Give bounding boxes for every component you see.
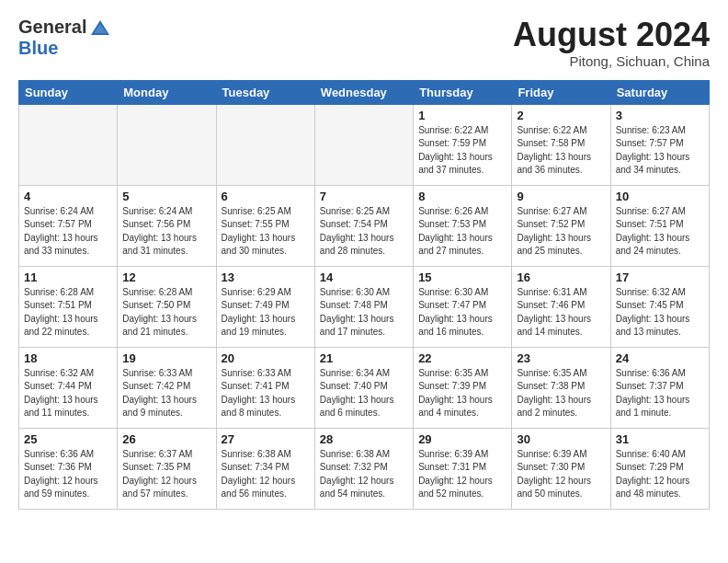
table-row: 28Sunrise: 6:38 AM Sunset: 7:32 PM Dayli…: [314, 428, 413, 509]
table-row: 10Sunrise: 6:27 AM Sunset: 7:51 PM Dayli…: [610, 185, 709, 266]
logo-blue-text: Blue: [18, 38, 58, 58]
day-detail: Sunrise: 6:39 AM Sunset: 7:31 PM Dayligh…: [418, 448, 506, 501]
table-row: 13Sunrise: 6:29 AM Sunset: 7:49 PM Dayli…: [216, 266, 314, 347]
day-detail: Sunrise: 6:34 AM Sunset: 7:40 PM Dayligh…: [320, 367, 408, 420]
day-detail: Sunrise: 6:28 AM Sunset: 7:51 PM Dayligh…: [24, 286, 112, 339]
table-row: [118, 104, 216, 185]
day-detail: Sunrise: 6:35 AM Sunset: 7:38 PM Dayligh…: [517, 367, 605, 420]
day-detail: Sunrise: 6:33 AM Sunset: 7:41 PM Dayligh…: [222, 367, 310, 420]
day-number: 4: [24, 190, 112, 203]
day-number: 21: [320, 351, 408, 365]
header-sunday: Sunday: [19, 80, 118, 104]
header: General Blue August 2024 Pitong, Sichuan…: [18, 17, 710, 69]
week-row-3: 18Sunrise: 6:32 AM Sunset: 7:44 PM Dayli…: [19, 347, 710, 428]
header-monday: Monday: [118, 80, 216, 104]
day-detail: Sunrise: 6:33 AM Sunset: 7:42 PM Dayligh…: [122, 367, 210, 420]
header-tuesday: Tuesday: [216, 80, 314, 104]
day-number: 1: [418, 109, 506, 122]
day-detail: Sunrise: 6:23 AM Sunset: 7:57 PM Dayligh…: [616, 124, 704, 178]
weekday-header-row: Sunday Monday Tuesday Wednesday Thursday…: [19, 80, 710, 104]
day-detail: Sunrise: 6:30 AM Sunset: 7:48 PM Dayligh…: [320, 286, 408, 339]
day-number: 5: [122, 190, 210, 203]
day-detail: Sunrise: 6:28 AM Sunset: 7:50 PM Dayligh…: [122, 286, 210, 339]
day-number: 3: [616, 109, 704, 122]
day-number: 17: [616, 270, 704, 284]
day-detail: Sunrise: 6:25 AM Sunset: 7:54 PM Dayligh…: [320, 205, 408, 259]
day-number: 18: [24, 351, 112, 365]
table-row: 27Sunrise: 6:38 AM Sunset: 7:34 PM Dayli…: [216, 428, 314, 509]
logo-general-text: General: [18, 17, 86, 38]
table-row: 9Sunrise: 6:27 AM Sunset: 7:52 PM Daylig…: [512, 185, 610, 266]
table-row: 12Sunrise: 6:28 AM Sunset: 7:50 PM Dayli…: [118, 266, 216, 347]
week-row-2: 11Sunrise: 6:28 AM Sunset: 7:51 PM Dayli…: [19, 266, 710, 347]
day-detail: Sunrise: 6:36 AM Sunset: 7:36 PM Dayligh…: [24, 448, 112, 501]
week-row-4: 25Sunrise: 6:36 AM Sunset: 7:36 PM Dayli…: [19, 428, 710, 509]
day-number: 15: [418, 270, 506, 284]
day-number: 14: [320, 270, 408, 284]
header-wednesday: Wednesday: [314, 80, 413, 104]
day-number: 11: [24, 270, 112, 284]
table-row: 15Sunrise: 6:30 AM Sunset: 7:47 PM Dayli…: [414, 266, 512, 347]
title-section: August 2024 Pitong, Sichuan, China: [513, 17, 710, 69]
location: Pitong, Sichuan, China: [513, 53, 710, 69]
day-detail: Sunrise: 6:35 AM Sunset: 7:39 PM Dayligh…: [418, 367, 506, 420]
month-year: August 2024: [513, 17, 710, 53]
table-row: 7Sunrise: 6:25 AM Sunset: 7:54 PM Daylig…: [314, 185, 413, 266]
page: General Blue August 2024 Pitong, Sichuan…: [0, 0, 728, 519]
table-row: [314, 104, 413, 185]
table-row: 8Sunrise: 6:26 AM Sunset: 7:53 PM Daylig…: [414, 185, 512, 266]
table-row: 17Sunrise: 6:32 AM Sunset: 7:45 PM Dayli…: [610, 266, 709, 347]
day-number: 10: [616, 190, 704, 203]
table-row: [216, 104, 314, 185]
week-row-0: 1Sunrise: 6:22 AM Sunset: 7:59 PM Daylig…: [19, 104, 710, 185]
day-detail: Sunrise: 6:26 AM Sunset: 7:53 PM Dayligh…: [418, 205, 506, 259]
calendar: Sunday Monday Tuesday Wednesday Thursday…: [18, 80, 710, 510]
header-friday: Friday: [512, 80, 610, 104]
day-detail: Sunrise: 6:38 AM Sunset: 7:32 PM Dayligh…: [320, 448, 408, 501]
day-number: 23: [517, 351, 605, 365]
day-detail: Sunrise: 6:30 AM Sunset: 7:47 PM Dayligh…: [418, 286, 506, 339]
table-row: 31Sunrise: 6:40 AM Sunset: 7:29 PM Dayli…: [610, 428, 709, 509]
day-detail: Sunrise: 6:22 AM Sunset: 7:58 PM Dayligh…: [517, 124, 605, 178]
logo-icon: [90, 19, 110, 36]
table-row: 18Sunrise: 6:32 AM Sunset: 7:44 PM Dayli…: [19, 347, 118, 428]
day-detail: Sunrise: 6:38 AM Sunset: 7:34 PM Dayligh…: [222, 448, 310, 501]
logo: General Blue: [18, 17, 110, 59]
header-thursday: Thursday: [414, 80, 512, 104]
table-row: 1Sunrise: 6:22 AM Sunset: 7:59 PM Daylig…: [414, 104, 512, 185]
day-number: 30: [517, 432, 605, 446]
table-row: 14Sunrise: 6:30 AM Sunset: 7:48 PM Dayli…: [314, 266, 413, 347]
table-row: 19Sunrise: 6:33 AM Sunset: 7:42 PM Dayli…: [118, 347, 216, 428]
day-number: 31: [616, 432, 704, 446]
day-number: 20: [222, 351, 310, 365]
day-detail: Sunrise: 6:40 AM Sunset: 7:29 PM Dayligh…: [616, 448, 704, 501]
day-detail: Sunrise: 6:31 AM Sunset: 7:46 PM Dayligh…: [517, 286, 605, 339]
day-number: 7: [320, 190, 408, 203]
day-number: 8: [418, 190, 506, 203]
day-number: 2: [517, 109, 605, 122]
day-detail: Sunrise: 6:24 AM Sunset: 7:57 PM Dayligh…: [24, 205, 112, 259]
day-number: 22: [418, 351, 506, 365]
day-number: 29: [418, 432, 506, 446]
table-row: 23Sunrise: 6:35 AM Sunset: 7:38 PM Dayli…: [512, 347, 610, 428]
table-row: 24Sunrise: 6:36 AM Sunset: 7:37 PM Dayli…: [610, 347, 709, 428]
table-row: 16Sunrise: 6:31 AM Sunset: 7:46 PM Dayli…: [512, 266, 610, 347]
table-row: 5Sunrise: 6:24 AM Sunset: 7:56 PM Daylig…: [118, 185, 216, 266]
table-row: 25Sunrise: 6:36 AM Sunset: 7:36 PM Dayli…: [19, 428, 118, 509]
day-detail: Sunrise: 6:27 AM Sunset: 7:52 PM Dayligh…: [517, 205, 605, 259]
day-detail: Sunrise: 6:32 AM Sunset: 7:45 PM Dayligh…: [616, 286, 704, 339]
day-number: 28: [320, 432, 408, 446]
table-row: 11Sunrise: 6:28 AM Sunset: 7:51 PM Dayli…: [19, 266, 118, 347]
table-row: 26Sunrise: 6:37 AM Sunset: 7:35 PM Dayli…: [118, 428, 216, 509]
day-detail: Sunrise: 6:24 AM Sunset: 7:56 PM Dayligh…: [122, 205, 210, 259]
table-row: 30Sunrise: 6:39 AM Sunset: 7:30 PM Dayli…: [512, 428, 610, 509]
day-detail: Sunrise: 6:25 AM Sunset: 7:55 PM Dayligh…: [222, 205, 310, 259]
day-number: 13: [222, 270, 310, 284]
table-row: 22Sunrise: 6:35 AM Sunset: 7:39 PM Dayli…: [414, 347, 512, 428]
day-number: 6: [222, 190, 310, 203]
day-detail: Sunrise: 6:36 AM Sunset: 7:37 PM Dayligh…: [616, 367, 704, 420]
table-row: 29Sunrise: 6:39 AM Sunset: 7:31 PM Dayli…: [414, 428, 512, 509]
day-number: 25: [24, 432, 112, 446]
day-detail: Sunrise: 6:22 AM Sunset: 7:59 PM Dayligh…: [418, 124, 506, 178]
day-number: 16: [517, 270, 605, 284]
